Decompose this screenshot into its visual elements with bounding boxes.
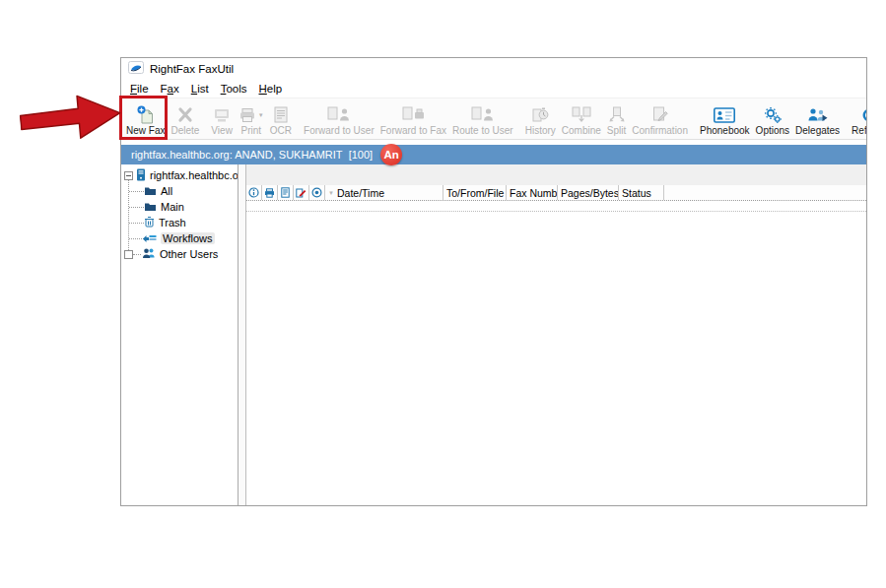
confirmation-icon (652, 105, 668, 124)
delete-button: Delete (168, 99, 202, 138)
delete-icon (176, 105, 194, 124)
tree-item-all[interactable]: All (121, 183, 238, 199)
printer-icon (264, 188, 275, 198)
annotation-badge: An (380, 144, 402, 165)
menu-list[interactable]: List (185, 81, 215, 97)
confirmation-button: Confirmation (629, 99, 691, 138)
record-icon (311, 187, 322, 198)
history-button: History (522, 99, 559, 138)
options-button[interactable]: Options (753, 99, 792, 138)
info-icon (248, 187, 259, 198)
fax-list-header: ▼ Date/Time To/From/File Fax Numb... Pag… (246, 185, 866, 201)
forward-to-fax-button: Forward to Fax (377, 99, 449, 138)
history-icon (531, 105, 549, 124)
document-icon (281, 187, 290, 198)
menu-bar: File Fax List Tools Help (121, 79, 866, 98)
forward-to-fax-icon (402, 105, 425, 124)
window-title: RightFax FaxUtil (150, 63, 234, 75)
menu-file[interactable]: File (124, 81, 155, 97)
folder-icon (144, 201, 157, 214)
app-icon (128, 61, 144, 76)
tree-item-trash[interactable]: Trash (121, 215, 238, 230)
screenshot-canvas: RightFax FaxUtil File Fax List Tools Hel… (0, 0, 886, 588)
column-header-filler (664, 185, 866, 200)
annotation-icon (296, 187, 307, 198)
annotation-highlight-rectangle (119, 96, 168, 140)
column-header-viewed[interactable] (309, 185, 325, 200)
column-header-info[interactable] (246, 185, 262, 200)
users-icon (142, 247, 156, 261)
route-to-user-icon (471, 105, 494, 124)
column-header-status[interactable]: Status (619, 185, 664, 200)
column-header-datetime[interactable]: ▼ Date/Time (325, 185, 443, 200)
folder-icon (144, 185, 157, 198)
split-icon (608, 105, 626, 124)
delegates-button[interactable]: Delegates (792, 99, 843, 138)
route-to-user-button: Route to User (449, 99, 516, 138)
combine-icon (572, 105, 591, 124)
menu-help[interactable]: Help (253, 81, 289, 97)
folder-tree-panel: rightfax.healthbc.org All Main Trash Wor (121, 164, 239, 505)
sort-indicator-icon: ▼ (328, 190, 334, 196)
view-button: View (208, 99, 236, 138)
print-button: ▼ Print (236, 99, 267, 138)
column-header-notes[interactable] (278, 185, 294, 200)
view-icon (213, 105, 231, 124)
column-header-annotations[interactable] (294, 185, 309, 200)
server-icon (136, 168, 146, 183)
session-text: rightfax.healthbc.org: ANAND, SUKHAMRIT … (131, 149, 373, 161)
toolbar: New Fax Delete View ▼ Print OCR (121, 98, 866, 140)
tree-root-label: rightfax.healthbc.org (150, 169, 239, 181)
tree-item-main[interactable]: Main (121, 199, 238, 215)
fax-list-panel: ▼ Date/Time To/From/File Fax Numb... Pag… (246, 164, 866, 505)
options-gear-icon (763, 105, 783, 124)
main-area: rightfax.healthbc.org All Main Trash Wor (121, 164, 866, 505)
empty-list-row (246, 201, 866, 212)
tree-item-other-users[interactable]: Other Users (121, 246, 238, 262)
rightfax-faxutil-window: RightFax FaxUtil File Fax List Tools Hel… (120, 57, 867, 506)
session-bar: rightfax.healthbc.org: ANAND, SUKHAMRIT … (121, 145, 866, 164)
column-header-pagesbytes[interactable]: Pages/Bytes (558, 185, 619, 200)
ocr-icon (274, 105, 288, 124)
title-bar: RightFax FaxUtil (121, 58, 866, 79)
forward-to-user-button: Forward to User (301, 99, 377, 138)
delegates-icon (807, 105, 828, 124)
split-button: Split (604, 99, 629, 138)
column-header-tofromfile[interactable]: To/From/File (443, 185, 507, 200)
root-expander-minus[interactable] (124, 171, 133, 180)
trash-icon (144, 216, 155, 229)
column-header-printed[interactable] (262, 185, 278, 200)
refresh-icon (860, 105, 866, 124)
column-header-faxnumber[interactable]: Fax Numb... (507, 185, 558, 200)
refresh-button[interactable]: Refresh (849, 99, 866, 138)
fax-list-body[interactable] (246, 212, 866, 505)
tree-item-workflows[interactable]: Workflows (121, 230, 238, 246)
forward-to-user-icon (327, 105, 350, 124)
menu-tools[interactable]: Tools (215, 81, 253, 97)
panel-splitter[interactable] (239, 164, 246, 505)
print-icon: ▼ (239, 105, 264, 124)
menu-fax[interactable]: Fax (155, 81, 185, 97)
phonebook-icon (714, 105, 735, 124)
print-dropdown-caret-icon: ▼ (258, 112, 264, 118)
annotation-arrow (18, 91, 124, 147)
tree-root-server[interactable]: rightfax.healthbc.org (121, 167, 238, 183)
other-users-expander-plus[interactable] (124, 250, 133, 259)
combine-button: Combine (559, 99, 604, 138)
ocr-button: OCR (267, 99, 295, 138)
workflow-icon (142, 232, 157, 244)
phonebook-button[interactable]: Phonebook (697, 99, 753, 138)
list-top-strip (246, 164, 866, 185)
